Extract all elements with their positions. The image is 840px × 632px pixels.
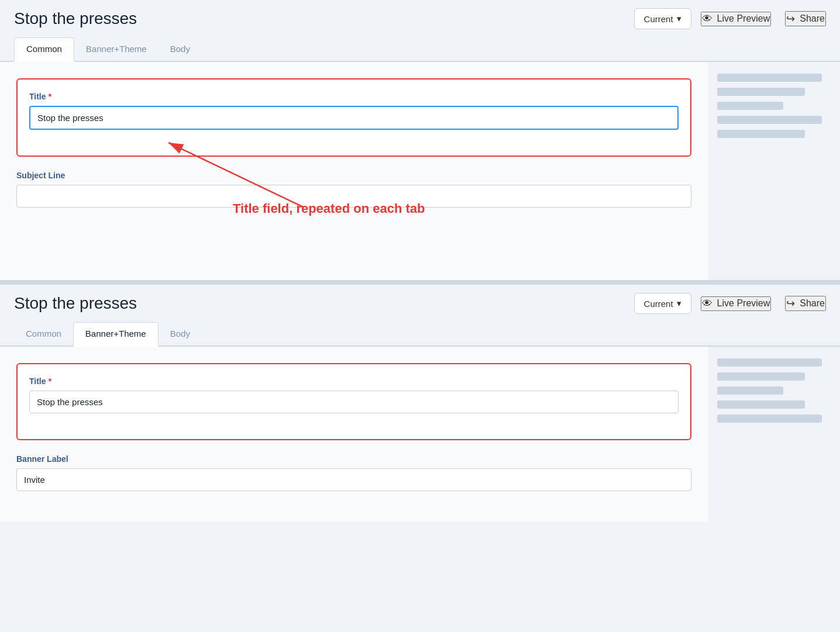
header-1: Stop the presses Current ▾ 👁 Live Previe… — [0, 0, 840, 37]
sidebar-line — [717, 358, 822, 367]
required-star-2: * — [49, 376, 52, 386]
share-icon-2: ↪ — [786, 297, 795, 310]
tab-body-2[interactable]: Body — [159, 323, 202, 346]
sidebar-line — [717, 102, 783, 110]
sidebar-line — [717, 116, 822, 124]
header-actions-1: 👁 Live Preview ↪ Share — [701, 11, 826, 26]
tabs-bar-2: Common Banner+Theme Body — [0, 322, 840, 347]
sidebar-line — [717, 88, 805, 96]
live-preview-btn-1[interactable]: 👁 Live Preview — [701, 12, 772, 26]
tab-common-1[interactable]: Common — [14, 37, 74, 62]
title-label-1: Title * — [29, 91, 679, 101]
live-preview-label-2: Live Preview — [717, 298, 770, 309]
current-dropdown-btn-2[interactable]: Current ▾ — [634, 293, 691, 314]
title-label-2: Title * — [29, 376, 679, 386]
tab-body-1[interactable]: Body — [159, 38, 202, 61]
title-field-group-1: Title * — [29, 91, 679, 130]
sidebar-line — [717, 386, 783, 395]
eye-icon-1: 👁 — [702, 13, 712, 25]
share-btn-2[interactable]: ↪ Share — [785, 296, 826, 311]
main-content-1: Title * — [0, 62, 708, 280]
share-label-2: Share — [800, 298, 825, 309]
content-area-1: Title * — [0, 62, 708, 280]
required-star-1: * — [49, 91, 52, 101]
current-dropdown-btn-1[interactable]: Current ▾ — [634, 8, 691, 29]
panel-2: Stop the presses Current ▾ 👁 Live Previe… — [0, 285, 840, 522]
title-input-1[interactable] — [29, 106, 679, 130]
panel-1: Stop the presses Current ▾ 👁 Live Previe… — [0, 0, 840, 280]
sidebar-line — [717, 415, 822, 423]
page-title-1: Stop the presses — [14, 9, 625, 28]
panel-divider — [0, 280, 840, 285]
right-sidebar-2 — [708, 347, 836, 522]
banner-label-label: Banner Label — [16, 454, 691, 464]
title-input-2[interactable] — [29, 391, 679, 413]
tab-common-2[interactable]: Common — [14, 323, 73, 346]
current-label-2: Current — [644, 299, 673, 309]
header-2: Stop the presses Current ▾ 👁 Live Previe… — [0, 285, 840, 322]
live-preview-btn-2[interactable]: 👁 Live Preview — [701, 296, 772, 311]
tab-banner-theme-1[interactable]: Banner+Theme — [74, 38, 159, 61]
right-sidebar-1 — [708, 62, 836, 280]
live-preview-label-1: Live Preview — [717, 13, 770, 24]
sidebar-line — [717, 130, 805, 138]
main-layout-1: Title * — [0, 62, 840, 280]
sidebar-line — [717, 372, 805, 381]
tab-banner-theme-2[interactable]: Banner+Theme — [73, 322, 159, 347]
page-title-2: Stop the presses — [14, 294, 625, 313]
title-field-group-2: Title * — [29, 376, 679, 413]
annotation-area: Title * — [16, 78, 691, 157]
current-label-1: Current — [644, 14, 673, 24]
main-layout-2: Title * Banner Label — [0, 347, 840, 522]
tabs-bar-1: Common Banner+Theme Body — [0, 37, 840, 62]
banner-label-field-group: Banner Label — [16, 454, 691, 491]
subject-line-label-1: Subject Line — [16, 171, 691, 180]
annotation-text: Title field, repeated on each tab — [233, 201, 496, 216]
title-card-1: Title * — [16, 78, 691, 157]
sidebar-line — [717, 74, 822, 82]
chevron-down-icon-2: ▾ — [677, 298, 681, 309]
share-label-1: Share — [800, 13, 825, 24]
title-card-2: Title * — [16, 363, 691, 440]
share-btn-1[interactable]: ↪ Share — [785, 11, 826, 26]
share-icon-1: ↪ — [786, 12, 795, 25]
chevron-down-icon-1: ▾ — [677, 13, 681, 24]
banner-label-input[interactable] — [16, 468, 691, 491]
content-area-2: Title * Banner Label — [0, 347, 708, 522]
sidebar-line — [717, 400, 805, 409]
main-content-2: Title * Banner Label — [0, 347, 708, 522]
header-actions-2: 👁 Live Preview ↪ Share — [701, 296, 826, 311]
eye-icon-2: 👁 — [702, 298, 712, 310]
